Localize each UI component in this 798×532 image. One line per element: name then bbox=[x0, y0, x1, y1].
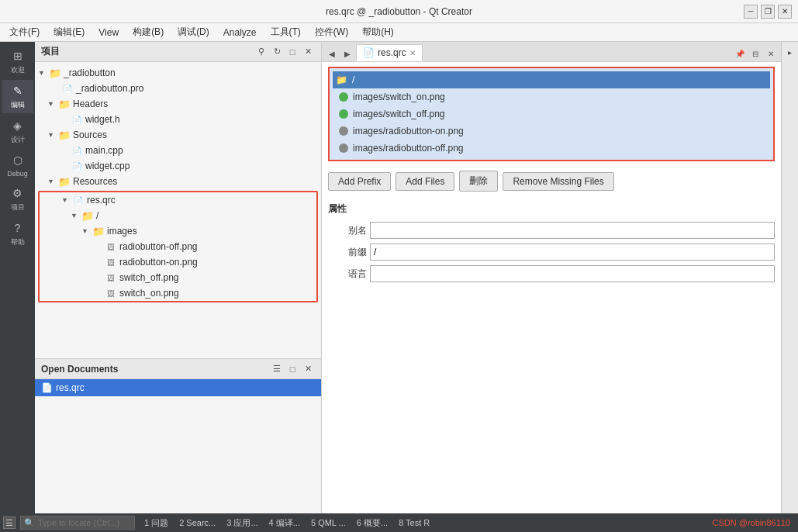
tree-item-widget-cpp[interactable]: 📄 widget.cpp bbox=[35, 158, 321, 174]
sidebar-item-design[interactable]: ◈ 设计 bbox=[2, 115, 33, 148]
tree-item-sw-on[interactable]: 🖼 switch_on.png bbox=[40, 285, 316, 301]
menu-debug[interactable]: 调试(D) bbox=[171, 24, 216, 40]
sidebar-label-debug: Debug bbox=[7, 170, 28, 178]
language-input[interactable] bbox=[370, 265, 775, 282]
file-list-root-header[interactable]: 📁 / bbox=[333, 71, 770, 88]
status-app[interactable]: 3 应用... bbox=[222, 513, 262, 532]
tree-item-slash[interactable]: ▼ 📁 / bbox=[40, 208, 316, 223]
prefix-input[interactable] bbox=[370, 244, 775, 261]
help-icon: ? bbox=[10, 220, 26, 236]
status-menu-icon[interactable]: ☰ bbox=[3, 516, 16, 529]
add-files-button[interactable]: Add Files bbox=[396, 172, 454, 191]
right-panel-btn[interactable]: ▸ bbox=[783, 45, 797, 59]
file-row-rb-on[interactable]: images/radiobutton-on.png bbox=[333, 123, 770, 140]
project-panel: 项目 ⚲ ↻ □ ✕ ▼ 📁 _radiobutton 📄 _radiobutt… bbox=[35, 42, 322, 513]
sidebar-item-help[interactable]: ? 帮助 bbox=[2, 217, 33, 250]
status-compile[interactable]: 4 编译... bbox=[264, 513, 305, 532]
folder-icon-radiobutton: 📁 bbox=[49, 67, 61, 79]
qrc-editor: 📁 / images/switch_on.png images/switch_o… bbox=[322, 62, 781, 513]
status-test[interactable]: 8 Test R bbox=[394, 513, 434, 532]
tree-label-sources: Sources bbox=[73, 130, 107, 140]
tab-close-all-button[interactable]: ✕ bbox=[764, 46, 778, 61]
status-problems[interactable]: 1 问题 bbox=[140, 513, 173, 532]
tab-close-button[interactable]: ✕ bbox=[409, 49, 416, 57]
alias-input[interactable] bbox=[370, 222, 775, 239]
menu-file[interactable]: 文件(F) bbox=[3, 24, 46, 40]
file-list-highlighted: 📁 / images/switch_on.png images/switch_o… bbox=[328, 67, 775, 161]
folder-icon-sources: 📁 bbox=[58, 129, 71, 141]
delete-button[interactable]: 删除 bbox=[459, 171, 498, 192]
close-panel-icon[interactable]: ✕ bbox=[301, 45, 315, 59]
tree-item-res-qrc[interactable]: ▼ 📄 res.qrc bbox=[40, 192, 316, 208]
tree-item-images-folder[interactable]: ▼ 📁 images bbox=[40, 223, 316, 239]
tree-item-widget-h[interactable]: 📄 widget.h bbox=[35, 112, 321, 127]
sidebar-item-edit[interactable]: ✎ 编辑 bbox=[2, 80, 33, 113]
tab-forward-button[interactable]: ▶ bbox=[340, 46, 354, 61]
tree-item-main-cpp[interactable]: 📄 main.cpp bbox=[35, 143, 321, 158]
tree-item-resources[interactable]: ▼ 📁 Resources bbox=[35, 174, 321, 189]
status-search[interactable]: 2 Searc... bbox=[174, 513, 220, 532]
menu-analyze[interactable]: Analyze bbox=[217, 26, 263, 40]
arrow-slash: ▼ bbox=[71, 212, 81, 219]
sidebar-label-project: 项目 bbox=[11, 202, 25, 212]
menu-help[interactable]: 帮助(H) bbox=[356, 24, 400, 40]
menu-tools[interactable]: 工具(T) bbox=[264, 24, 307, 40]
tree-item-radiobutton[interactable]: ▼ 📁 _radiobutton bbox=[35, 65, 321, 81]
menu-build[interactable]: 构建(B) bbox=[126, 24, 170, 40]
edit-icon: ✎ bbox=[10, 83, 26, 98]
open-docs-menu-icon[interactable]: ☰ bbox=[270, 362, 284, 376]
locate-input[interactable] bbox=[38, 518, 131, 527]
menu-view[interactable]: View bbox=[92, 26, 125, 40]
tab-split-button[interactable]: ⊟ bbox=[748, 46, 762, 61]
status-icon-switch-off bbox=[339, 109, 348, 119]
add-prefix-button[interactable]: Add Prefix bbox=[328, 172, 391, 191]
alias-label: 别名 bbox=[328, 224, 367, 237]
menu-widgets[interactable]: 控件(W) bbox=[309, 24, 354, 40]
cpp-file-icon-main: 📄 bbox=[71, 144, 83, 157]
content-area: ◀ ▶ 📄 res.qrc ✕ 📌 ⊟ ✕ 📁 / bbox=[322, 42, 781, 513]
menu-edit[interactable]: 编辑(E) bbox=[47, 24, 91, 40]
status-csdn: CSDN @robin86110 bbox=[708, 513, 795, 532]
remove-missing-button[interactable]: Remove Missing Files bbox=[503, 172, 613, 191]
minimize-button[interactable]: ─ bbox=[744, 5, 758, 19]
status-qml[interactable]: 5 QML ... bbox=[306, 513, 351, 532]
status-search-box[interactable]: 🔍 bbox=[20, 516, 135, 530]
tab-pin-button[interactable]: 📌 bbox=[733, 46, 747, 61]
file-row-switch-off[interactable]: images/switch_off.png bbox=[333, 105, 770, 123]
tree-item-sw-off[interactable]: 🖼 switch_off.png bbox=[40, 270, 316, 285]
sidebar-item-debug[interactable]: ⬡ Debug bbox=[2, 150, 33, 181]
restore-button[interactable]: ❐ bbox=[761, 5, 775, 19]
root-folder-label: / bbox=[352, 74, 354, 85]
open-docs-icons: ☰ □ ✕ bbox=[270, 362, 315, 376]
open-docs-close-icon[interactable]: ✕ bbox=[301, 362, 315, 376]
filter-icon[interactable]: ⚲ bbox=[254, 45, 268, 59]
arrow-radiobutton: ▼ bbox=[38, 69, 49, 77]
expand-icon[interactable]: □ bbox=[285, 45, 299, 59]
tree-item-pro[interactable]: 📄 _radiobutton.pro bbox=[35, 81, 321, 96]
file-label-switch-on: images/switch_on.png bbox=[353, 92, 445, 102]
file-row-rb-off[interactable]: images/radiobutton-off.png bbox=[333, 140, 770, 157]
welcome-icon: ⊞ bbox=[10, 48, 26, 64]
tab-res-qrc[interactable]: 📄 res.qrc ✕ bbox=[356, 44, 423, 61]
status-overview[interactable]: 6 概要... bbox=[352, 513, 392, 532]
folder-icon-slash: 📁 bbox=[81, 209, 94, 222]
sidebar-item-welcome[interactable]: ⊞ 欢迎 bbox=[2, 45, 33, 78]
tree-item-rb-on[interactable]: 🖼 radiobutton-on.png bbox=[40, 254, 316, 270]
tree-item-sources[interactable]: ▼ 📁 Sources bbox=[35, 127, 321, 143]
file-label-switch-off: images/switch_off.png bbox=[353, 109, 445, 119]
sync-icon[interactable]: ↻ bbox=[270, 45, 284, 59]
tree-item-rb-off[interactable]: 🖼 radiobutton-off.png bbox=[40, 239, 316, 254]
open-doc-res-qrc[interactable]: 📄 res.qrc bbox=[35, 379, 321, 396]
close-button[interactable]: ✕ bbox=[778, 5, 792, 19]
status-icon-rb-on bbox=[339, 126, 348, 136]
file-row-switch-on[interactable]: images/switch_on.png bbox=[333, 88, 770, 105]
tab-back-button[interactable]: ◀ bbox=[325, 46, 339, 61]
folder-icon-headers: 📁 bbox=[58, 98, 71, 110]
status-icon-switch-on bbox=[339, 92, 348, 102]
project-panel-title: 项目 bbox=[41, 45, 60, 58]
sidebar-item-project[interactable]: ⚙ 项目 bbox=[2, 182, 33, 216]
window-controls: ─ ❐ ✕ bbox=[744, 5, 792, 19]
tree-label-pro: _radiobutton.pro bbox=[76, 83, 143, 94]
open-docs-expand-icon[interactable]: □ bbox=[285, 362, 299, 376]
tree-item-headers[interactable]: ▼ 📁 Headers bbox=[35, 96, 321, 112]
